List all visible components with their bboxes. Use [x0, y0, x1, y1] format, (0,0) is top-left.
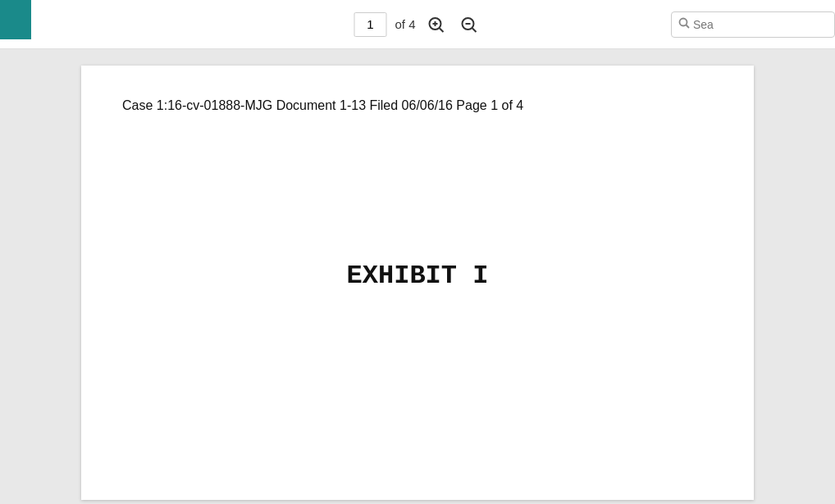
teal-logo-square: [0, 0, 31, 39]
total-pages-label: of 4: [395, 17, 415, 31]
search-input[interactable]: [693, 18, 828, 31]
zoom-in-icon: [426, 14, 447, 35]
svg-point-7: [680, 19, 687, 26]
pagination-controls: of 4: [354, 12, 481, 37]
svg-line-3: [440, 28, 444, 32]
document-area: Case 1:16-cv-01888-MJG Document 1-13 Fil…: [0, 49, 835, 504]
exhibit-title: EXHIBIT I: [122, 261, 713, 291]
search-icon: [678, 17, 690, 31]
document-page: Case 1:16-cv-01888-MJG Document 1-13 Fil…: [81, 66, 754, 500]
toolbar: of 4: [0, 0, 835, 49]
zoom-out-button[interactable]: [457, 12, 481, 37]
search-box[interactable]: [671, 11, 835, 38]
zoom-out-icon: [459, 14, 480, 35]
search-area: [671, 11, 835, 38]
document-header: Case 1:16-cv-01888-MJG Document 1-13 Fil…: [122, 98, 713, 113]
svg-line-8: [687, 25, 690, 29]
zoom-in-button[interactable]: [424, 12, 449, 37]
svg-line-6: [472, 28, 477, 32]
page-number-input[interactable]: [354, 12, 386, 37]
